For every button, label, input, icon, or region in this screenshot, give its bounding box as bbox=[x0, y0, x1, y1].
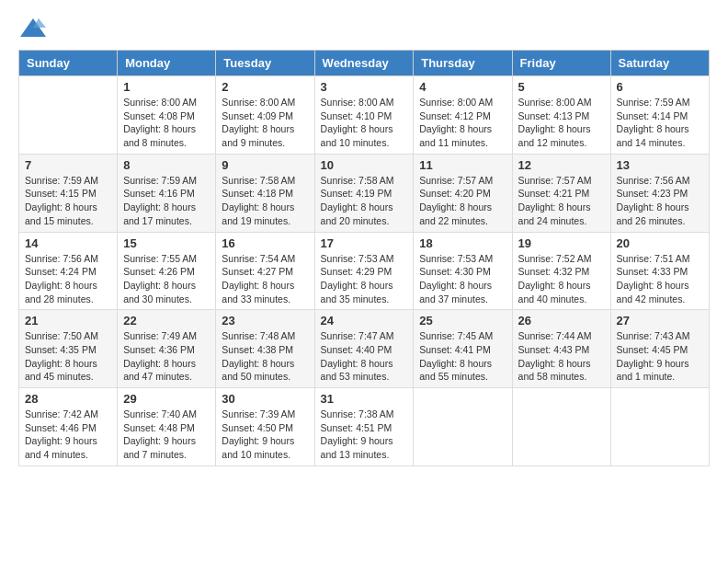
calendar-cell bbox=[19, 76, 118, 155]
day-number: 19 bbox=[518, 236, 605, 250]
day-number: 15 bbox=[123, 236, 210, 250]
day-info: Sunrise: 7:39 AM Sunset: 4:50 PM Dayligh… bbox=[222, 408, 308, 462]
calendar-cell: 16Sunrise: 7:54 AM Sunset: 4:27 PM Dayli… bbox=[216, 232, 314, 310]
calendar-header-sunday: Sunday bbox=[19, 51, 118, 76]
day-info: Sunrise: 7:49 AM Sunset: 4:36 PM Dayligh… bbox=[123, 329, 210, 384]
calendar-cell: 17Sunrise: 7:53 AM Sunset: 4:29 PM Dayli… bbox=[314, 232, 414, 310]
day-number: 3 bbox=[321, 80, 408, 94]
day-number: 12 bbox=[518, 158, 605, 172]
day-number: 20 bbox=[617, 236, 703, 250]
calendar-table: SundayMondayTuesdayWednesdayThursdayFrid… bbox=[18, 50, 710, 466]
day-info: Sunrise: 7:50 AM Sunset: 4:35 PM Dayligh… bbox=[25, 329, 111, 384]
calendar-header-row: SundayMondayTuesdayWednesdayThursdayFrid… bbox=[19, 51, 710, 76]
calendar-cell: 25Sunrise: 7:45 AM Sunset: 4:41 PM Dayli… bbox=[414, 310, 512, 388]
logo bbox=[18, 18, 46, 40]
day-info: Sunrise: 7:53 AM Sunset: 4:29 PM Dayligh… bbox=[321, 252, 408, 306]
day-info: Sunrise: 7:56 AM Sunset: 4:24 PM Dayligh… bbox=[25, 252, 111, 306]
day-info: Sunrise: 7:59 AM Sunset: 4:15 PM Dayligh… bbox=[25, 174, 111, 228]
logo-icon bbox=[20, 15, 46, 40]
day-info: Sunrise: 7:58 AM Sunset: 4:19 PM Dayligh… bbox=[321, 174, 408, 228]
day-number: 21 bbox=[25, 314, 111, 327]
calendar-cell: 3Sunrise: 8:00 AM Sunset: 4:10 PM Daylig… bbox=[314, 76, 414, 155]
calendar-cell: 31Sunrise: 7:38 AM Sunset: 4:51 PM Dayli… bbox=[314, 388, 414, 466]
day-number: 24 bbox=[321, 314, 408, 327]
day-number: 10 bbox=[321, 158, 408, 172]
calendar-cell: 9Sunrise: 7:58 AM Sunset: 4:18 PM Daylig… bbox=[216, 154, 314, 232]
day-info: Sunrise: 7:53 AM Sunset: 4:30 PM Dayligh… bbox=[419, 252, 506, 306]
day-info: Sunrise: 7:43 AM Sunset: 4:45 PM Dayligh… bbox=[617, 329, 703, 384]
day-info: Sunrise: 7:51 AM Sunset: 4:33 PM Dayligh… bbox=[617, 252, 703, 306]
day-info: Sunrise: 7:38 AM Sunset: 4:51 PM Dayligh… bbox=[321, 408, 408, 462]
day-info: Sunrise: 8:00 AM Sunset: 4:09 PM Dayligh… bbox=[222, 96, 308, 150]
day-number: 7 bbox=[25, 158, 111, 172]
day-number: 27 bbox=[617, 314, 703, 327]
day-info: Sunrise: 7:59 AM Sunset: 4:14 PM Dayligh… bbox=[617, 96, 703, 150]
day-number: 23 bbox=[222, 314, 308, 327]
calendar-cell: 2Sunrise: 8:00 AM Sunset: 4:09 PM Daylig… bbox=[216, 76, 314, 155]
day-number: 29 bbox=[123, 392, 210, 406]
calendar-week-row: 21Sunrise: 7:50 AM Sunset: 4:35 PM Dayli… bbox=[19, 310, 710, 388]
day-number: 28 bbox=[25, 392, 111, 406]
day-number: 26 bbox=[518, 314, 605, 327]
calendar-cell: 18Sunrise: 7:53 AM Sunset: 4:30 PM Dayli… bbox=[414, 232, 512, 310]
day-info: Sunrise: 7:42 AM Sunset: 4:46 PM Dayligh… bbox=[25, 408, 111, 462]
day-number: 13 bbox=[617, 158, 703, 172]
day-info: Sunrise: 7:54 AM Sunset: 4:27 PM Dayligh… bbox=[222, 252, 308, 306]
calendar-cell: 22Sunrise: 7:49 AM Sunset: 4:36 PM Dayli… bbox=[118, 310, 216, 388]
day-number: 11 bbox=[419, 158, 506, 172]
day-number: 30 bbox=[222, 392, 308, 406]
calendar-week-row: 14Sunrise: 7:56 AM Sunset: 4:24 PM Dayli… bbox=[19, 232, 710, 310]
calendar-cell bbox=[610, 388, 709, 466]
calendar-cell: 14Sunrise: 7:56 AM Sunset: 4:24 PM Dayli… bbox=[19, 232, 118, 310]
calendar-header-wednesday: Wednesday bbox=[314, 51, 414, 76]
calendar-cell bbox=[414, 388, 512, 466]
day-number: 6 bbox=[617, 80, 703, 94]
calendar-header-tuesday: Tuesday bbox=[216, 51, 314, 76]
day-info: Sunrise: 7:52 AM Sunset: 4:32 PM Dayligh… bbox=[518, 252, 605, 306]
day-number: 14 bbox=[25, 236, 111, 250]
day-info: Sunrise: 8:00 AM Sunset: 4:13 PM Dayligh… bbox=[518, 96, 605, 150]
calendar-cell: 28Sunrise: 7:42 AM Sunset: 4:46 PM Dayli… bbox=[19, 388, 118, 466]
calendar-cell: 4Sunrise: 8:00 AM Sunset: 4:12 PM Daylig… bbox=[414, 76, 512, 155]
day-number: 17 bbox=[321, 236, 408, 250]
day-number: 8 bbox=[123, 158, 210, 172]
calendar-week-row: 28Sunrise: 7:42 AM Sunset: 4:46 PM Dayli… bbox=[19, 388, 710, 466]
day-info: Sunrise: 7:59 AM Sunset: 4:16 PM Dayligh… bbox=[123, 174, 210, 228]
calendar-cell: 26Sunrise: 7:44 AM Sunset: 4:43 PM Dayli… bbox=[512, 310, 610, 388]
calendar-cell: 27Sunrise: 7:43 AM Sunset: 4:45 PM Dayli… bbox=[610, 310, 709, 388]
day-number: 25 bbox=[419, 314, 506, 327]
calendar-cell: 1Sunrise: 8:00 AM Sunset: 4:08 PM Daylig… bbox=[118, 76, 216, 155]
day-number: 9 bbox=[222, 158, 308, 172]
calendar-cell: 21Sunrise: 7:50 AM Sunset: 4:35 PM Dayli… bbox=[19, 310, 118, 388]
day-info: Sunrise: 7:57 AM Sunset: 4:20 PM Dayligh… bbox=[419, 174, 506, 228]
calendar-week-row: 1Sunrise: 8:00 AM Sunset: 4:08 PM Daylig… bbox=[19, 76, 710, 155]
calendar-week-row: 7Sunrise: 7:59 AM Sunset: 4:15 PM Daylig… bbox=[19, 154, 710, 232]
day-info: Sunrise: 7:44 AM Sunset: 4:43 PM Dayligh… bbox=[518, 329, 605, 384]
day-info: Sunrise: 7:55 AM Sunset: 4:26 PM Dayligh… bbox=[123, 252, 210, 306]
day-number: 5 bbox=[518, 80, 605, 94]
day-info: Sunrise: 8:00 AM Sunset: 4:12 PM Dayligh… bbox=[419, 96, 506, 150]
day-info: Sunrise: 7:47 AM Sunset: 4:40 PM Dayligh… bbox=[321, 329, 408, 384]
day-info: Sunrise: 8:00 AM Sunset: 4:10 PM Dayligh… bbox=[321, 96, 408, 150]
day-info: Sunrise: 7:45 AM Sunset: 4:41 PM Dayligh… bbox=[419, 329, 506, 384]
calendar-cell bbox=[512, 388, 610, 466]
day-number: 4 bbox=[419, 80, 506, 94]
page-header bbox=[18, 18, 710, 40]
day-number: 31 bbox=[321, 392, 408, 406]
calendar-header-monday: Monday bbox=[118, 51, 216, 76]
calendar-cell: 7Sunrise: 7:59 AM Sunset: 4:15 PM Daylig… bbox=[19, 154, 118, 232]
day-info: Sunrise: 7:58 AM Sunset: 4:18 PM Dayligh… bbox=[222, 174, 308, 228]
calendar-cell: 15Sunrise: 7:55 AM Sunset: 4:26 PM Dayli… bbox=[118, 232, 216, 310]
calendar-header-saturday: Saturday bbox=[610, 51, 709, 76]
day-number: 2 bbox=[222, 80, 308, 94]
day-number: 18 bbox=[419, 236, 506, 250]
day-number: 1 bbox=[123, 80, 210, 94]
calendar-cell: 29Sunrise: 7:40 AM Sunset: 4:48 PM Dayli… bbox=[118, 388, 216, 466]
day-info: Sunrise: 8:00 AM Sunset: 4:08 PM Dayligh… bbox=[123, 96, 210, 150]
calendar-cell: 19Sunrise: 7:52 AM Sunset: 4:32 PM Dayli… bbox=[512, 232, 610, 310]
calendar-cell: 10Sunrise: 7:58 AM Sunset: 4:19 PM Dayli… bbox=[314, 154, 414, 232]
calendar-header-thursday: Thursday bbox=[414, 51, 512, 76]
calendar-cell: 20Sunrise: 7:51 AM Sunset: 4:33 PM Dayli… bbox=[610, 232, 709, 310]
calendar-cell: 8Sunrise: 7:59 AM Sunset: 4:16 PM Daylig… bbox=[118, 154, 216, 232]
calendar-cell: 23Sunrise: 7:48 AM Sunset: 4:38 PM Dayli… bbox=[216, 310, 314, 388]
